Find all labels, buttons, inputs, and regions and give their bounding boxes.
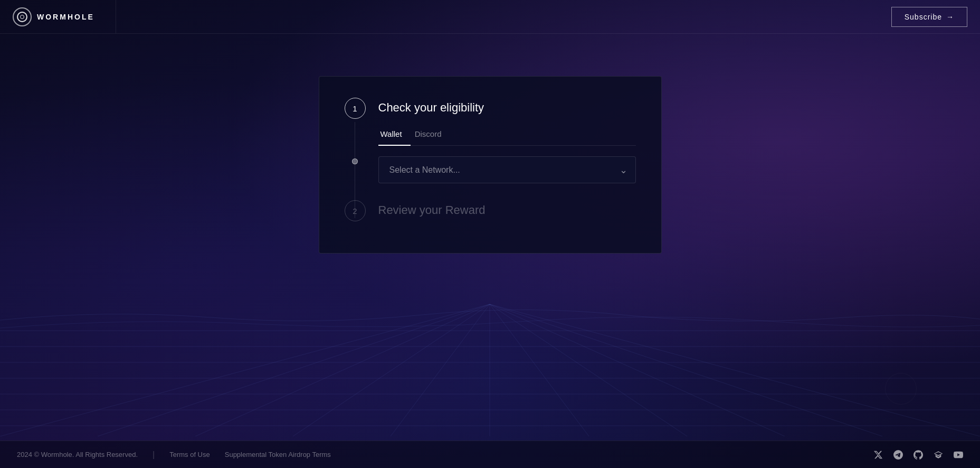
terms-of-use-link[interactable]: Terms of Use [169, 451, 210, 458]
network-select-container: Select a Network... ⌄ [378, 156, 636, 183]
step-connector-dot [352, 158, 358, 164]
step-2-title: Review your Reward [378, 203, 636, 217]
subscribe-label: Subscribe [905, 13, 942, 21]
svg-line-10 [293, 304, 490, 436]
svg-line-15 [490, 304, 785, 436]
x-twitter-icon[interactable] [873, 450, 883, 460]
wormhole-circle-decoration-1 [885, 373, 917, 405]
header: WORMHOLE Subscribe → [0, 0, 980, 34]
github-icon[interactable] [914, 450, 923, 460]
svg-line-13 [490, 304, 589, 436]
header-nav [116, 0, 891, 33]
logo-text: WORMHOLE [37, 13, 94, 21]
step-2-content: Review your Reward [378, 200, 636, 228]
step-2-number: 2 [345, 200, 366, 221]
eligibility-tabs: Wallet Discord [378, 125, 636, 146]
telegram-icon[interactable] [893, 450, 903, 460]
grid-floor-decoration [0, 225, 980, 436]
svg-line-7 [0, 304, 490, 436]
footer-social [873, 450, 963, 460]
svg-line-9 [195, 304, 490, 436]
svg-line-17 [490, 304, 980, 436]
youtube-icon[interactable] [954, 450, 963, 460]
svg-line-16 [490, 304, 882, 436]
subscribe-button[interactable]: Subscribe → [891, 7, 967, 27]
airdrop-terms-link[interactable]: Supplemental Token Airdrop Terms [225, 451, 331, 458]
svg-line-14 [490, 304, 687, 436]
footer-left: 2024 © Wormhole. All Rights Reserved. | … [17, 450, 873, 460]
footer: 2024 © Wormhole. All Rights Reserved. | … [0, 441, 980, 468]
step-1-number: 1 [345, 98, 366, 119]
svg-line-8 [98, 304, 490, 436]
docs-icon[interactable] [934, 450, 943, 460]
svg-line-11 [391, 304, 490, 436]
network-select[interactable]: Select a Network... [378, 156, 636, 183]
wormhole-logo-icon [13, 7, 32, 26]
subscribe-arrow-icon: → [946, 13, 954, 21]
tab-wallet[interactable]: Wallet [378, 125, 411, 146]
step-2: 2 Review your Reward [345, 200, 636, 228]
eligibility-card: 1 Check your eligibility Wallet Discord … [319, 76, 662, 254]
main-content: 1 Check your eligibility Wallet Discord … [0, 34, 980, 254]
step-1-content: Check your eligibility Wallet Discord Se… [378, 98, 636, 183]
step-1: 1 Check your eligibility Wallet Discord … [345, 98, 636, 183]
logo-area: WORMHOLE [0, 0, 116, 33]
tab-discord[interactable]: Discord [413, 125, 450, 146]
footer-copyright: 2024 © Wormhole. All Rights Reserved. [17, 451, 138, 458]
step-1-title: Check your eligibility [378, 101, 636, 115]
footer-divider: | [153, 450, 155, 460]
